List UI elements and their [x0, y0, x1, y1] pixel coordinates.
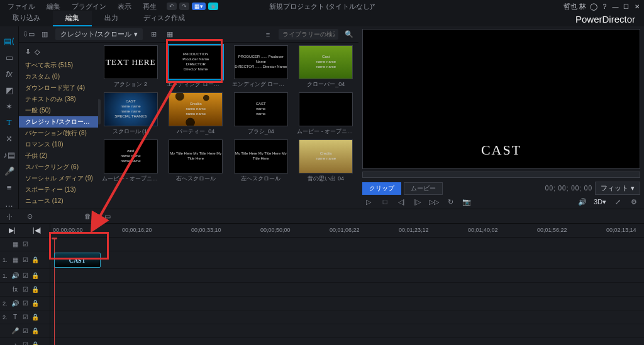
trash-icon[interactable]: 🗑 — [82, 211, 93, 221]
category-item[interactable]: スポーティー (13) — [19, 184, 98, 195]
close-icon[interactable]: ✕ — [633, 3, 640, 10]
track-toggle-icon[interactable]: ▦ — [11, 241, 19, 248]
download-icon[interactable]: ⇩ — [25, 48, 31, 56]
undo-icon[interactable]: ↶ — [167, 3, 177, 10]
import-icon[interactable]: ⇩▭ — [23, 30, 34, 40]
track-toggle-icon[interactable]: fx — [11, 286, 19, 293]
track-toggle-icon[interactable]: ☑ — [21, 286, 29, 293]
timeline-ruler[interactable]: ▶| |◀| 00;00;00;0000;00;16;2000;00;33;10… — [0, 224, 644, 238]
title-template-item[interactable]: Creditsname namename nameパーティー_04 — [165, 92, 228, 136]
help-icon[interactable]: ? — [601, 3, 608, 10]
track-toggle-icon[interactable]: 🎤 — [11, 327, 19, 335]
track-header[interactable]: 2.T☑🔒 — [0, 310, 50, 324]
timeline-clip[interactable]: CAST — [54, 253, 101, 268]
user-name[interactable]: 哲也 林 — [564, 2, 586, 11]
track-toggle-icon[interactable]: 🔊 — [11, 272, 19, 280]
category-item[interactable]: すべて表示 (515) — [19, 60, 98, 71]
settings-icon[interactable]: ⚙ — [629, 197, 639, 206]
track-toggle-icon[interactable]: 🔒 — [31, 286, 39, 293]
undock-icon[interactable]: ⤢ — [613, 197, 623, 206]
more-icon[interactable]: ▭ — [102, 211, 113, 221]
category-item[interactable]: クレジット/スクロール (15) — [19, 116, 98, 128]
track-lane[interactable] — [50, 297, 644, 310]
pip-room-icon[interactable]: ◩ — [4, 85, 15, 95]
title-template-item[interactable]: PRODUCTIONProducer NameDIRECTORDirector … — [165, 45, 228, 89]
preview-tab-clip[interactable]: クリップ — [362, 182, 401, 195]
3d-dropdown[interactable]: 3D▾ — [594, 198, 606, 206]
track-header[interactable]: ▦☑ — [0, 238, 50, 251]
track-lane[interactable] — [50, 338, 644, 345]
track-toggle-icon[interactable]: ☑ — [21, 241, 29, 248]
new-title-icon[interactable]: ⊞ — [148, 30, 159, 40]
track-header[interactable]: 2.🔊☑🔒 — [0, 297, 50, 310]
track-toggle-icon[interactable]: 🔒 — [31, 300, 39, 307]
track-header[interactable]: 🎤☑🔒 — [0, 324, 50, 337]
snapshot-icon[interactable]: 📷 — [462, 197, 472, 206]
track-toggle-icon[interactable]: ♪ — [11, 341, 19, 346]
prev-frame-icon[interactable]: ◁| — [396, 197, 406, 206]
title-template-item[interactable]: My Title Here My Title Here My Title Her… — [230, 140, 292, 183]
fast-forward-icon[interactable]: ▷▷ — [429, 197, 439, 206]
title-template-item[interactable]: castname namename nameムービー - オープニング... — [99, 140, 162, 183]
track-lane[interactable] — [50, 269, 644, 282]
chapter-room-icon[interactable]: ≡ — [4, 182, 15, 192]
title-template-item[interactable]: TEXT HEREアクション 2 — [99, 45, 162, 89]
category-item[interactable]: ダウンロード完了 (4) — [19, 82, 98, 94]
tab-disc[interactable]: ディスク作成 — [131, 11, 197, 26]
track-toggle-icon[interactable]: ☑ — [21, 314, 29, 321]
maximize-icon[interactable]: ☐ — [623, 3, 630, 10]
track-toggle-icon[interactable]: T — [11, 314, 19, 321]
preview-viewer[interactable]: CAST — [362, 29, 640, 169]
track-lane[interactable] — [50, 283, 644, 296]
accel-a-icon[interactable]: ▦▾ — [192, 3, 206, 10]
track-toggle-icon[interactable]: 🔒 — [31, 272, 39, 280]
loop-icon[interactable]: ↻ — [445, 197, 455, 206]
category-item[interactable]: 子供 (2) — [19, 150, 98, 162]
tab-edit[interactable]: 編集 — [53, 11, 92, 26]
category-item[interactable]: 3D/3D-Like (7) — [19, 207, 98, 209]
title-template-item[interactable]: Castname namename nameクローバー_04 — [295, 45, 358, 89]
category-item[interactable]: ソーシャル メディア (9) — [19, 173, 98, 184]
voiceover-room-icon[interactable]: 🎤 — [4, 167, 15, 177]
track-toggle-icon[interactable]: ▦ — [11, 256, 19, 264]
preview-scrubber[interactable] — [362, 172, 640, 178]
timer-icon[interactable]: ⊙ — [24, 211, 35, 221]
track-lane[interactable]: CAST — [50, 251, 644, 268]
folder-icon[interactable]: ▥ — [39, 30, 50, 40]
title-template-item[interactable]: My Title Here My Title Here My Title Her… — [165, 140, 228, 183]
title-template-item[interactable]: CASTname namename nameSPECIAL THANKSスクロー… — [99, 92, 162, 136]
view-mode-icon[interactable]: ▦ — [164, 30, 175, 40]
fx-room-icon[interactable]: fx — [4, 69, 15, 79]
media-room-icon[interactable]: ▤⟨ — [4, 36, 15, 47]
track-toggle-icon[interactable]: 🔒 — [31, 341, 39, 346]
clip-room-icon[interactable]: ▭ — [4, 53, 15, 63]
particle-room-icon[interactable]: ✶ — [4, 101, 15, 111]
library-search-input[interactable] — [279, 29, 338, 40]
sort-icon[interactable]: ≡ — [262, 30, 274, 40]
stop-icon[interactable]: □ — [380, 197, 390, 206]
track-toggle-icon[interactable]: ☑ — [21, 272, 29, 280]
ruler-cursor-icon[interactable]: ▶| — [9, 226, 16, 234]
transition-room-icon[interactable]: ⤨ — [4, 134, 15, 144]
track-toggle-icon[interactable]: 🔊 — [11, 300, 19, 307]
track-header[interactable]: 1.▦☑🔒 — [0, 251, 50, 268]
track-header[interactable]: fx☑🔒 — [0, 283, 50, 296]
user-avatar-icon[interactable]: ◯ — [590, 3, 597, 11]
ruler-snap-icon[interactable]: |◀| — [33, 226, 42, 234]
title-template-item[interactable]: Creditsname name昔の思い出 04 — [295, 140, 358, 183]
category-item[interactable]: テキストのみ (38) — [19, 94, 98, 105]
track-lane[interactable] — [50, 310, 644, 324]
track-toggle-icon[interactable]: 🔒 — [31, 314, 39, 321]
free-icon[interactable]: ◇ — [35, 48, 40, 56]
minimize-icon[interactable]: — — [612, 3, 619, 10]
title-template-item[interactable]: ムービー - オープニング... — [295, 92, 358, 136]
track-header[interactable]: ♪☑🔒 — [0, 338, 50, 345]
category-item[interactable]: スパークリング (6) — [19, 162, 98, 173]
track-toggle-icon[interactable]: ☑ — [21, 341, 29, 346]
category-item[interactable]: バケーション/旅行 (8) — [19, 128, 98, 139]
title-template-item[interactable]: CASTnamenameブラシ_04 — [230, 92, 292, 136]
tab-import[interactable]: 取り込み — [0, 11, 53, 26]
play-icon[interactable]: ▷ — [364, 197, 374, 206]
accel-q-icon[interactable]: ◉ — [208, 3, 218, 10]
track-lane[interactable] — [50, 324, 644, 337]
